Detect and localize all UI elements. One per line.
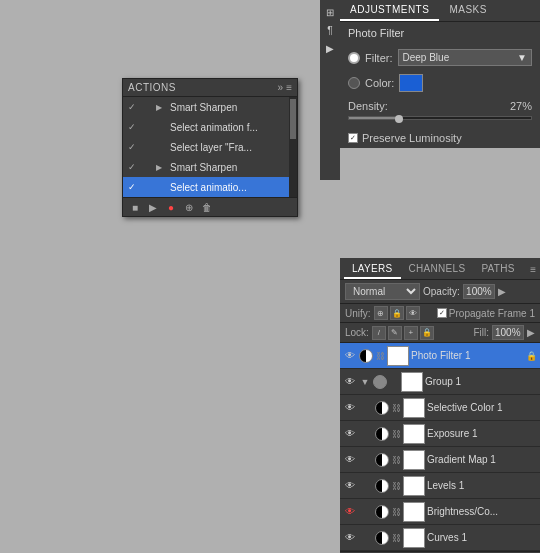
action-row-3[interactable]: ✓ ▶ Smart Sharpen [123,157,297,177]
layer-row-selective-color[interactable]: 👁 ⛓ Selective Color 1 [340,395,540,421]
preserve-checkbox[interactable]: ✓ [348,133,358,143]
unify-visibility-icon[interactable]: 👁 [406,306,420,320]
layer-type-icon-3 [375,427,389,441]
density-row: Density: 27% [340,95,540,128]
eye-icon-0[interactable]: 👁 [343,349,357,363]
layer-type-icon-6 [375,505,389,519]
actions-menu-icon[interactable]: ≡ [286,82,292,93]
fill-input[interactable] [492,325,524,340]
layer-row-gradient-map[interactable]: 👁 ⛓ Gradient Map 1 [340,447,540,473]
opacity-arrow[interactable]: ▶ [498,286,506,297]
lock-all-icon[interactable]: 🔒 [420,326,434,340]
layer-row-curves[interactable]: 👁 ⛓ Curves 1 [340,525,540,551]
density-slider[interactable] [348,116,532,120]
propagate-checkbox[interactable]: ✓ [437,308,447,318]
action-row-4[interactable]: ✓ Select animatio... [123,177,297,197]
layer-type-icon-0 [359,349,373,363]
color-swatch[interactable] [399,74,423,92]
action-row-2[interactable]: ✓ Select layer "Fra... [123,137,297,157]
fill-row: Fill: ▶ [473,325,535,340]
filter-dropdown[interactable]: Deep Blue ▼ [398,49,533,66]
layer-chain-2: ⛓ [391,401,401,415]
layer-row-levels[interactable]: 👁 ⛓ Levels 1 [340,473,540,499]
tab-paths[interactable]: PATHS [473,260,522,279]
new-action-icon[interactable]: ⊕ [182,200,196,214]
lock-position-icon[interactable]: + [404,326,418,340]
tab-adjustments[interactable]: ADJUSTMENTS [340,0,439,21]
lock-row: Lock: / ✎ + 🔒 Fill: ▶ [340,323,540,343]
opacity-label: Opacity: [423,286,460,297]
actions-scrollbar[interactable] [289,97,297,197]
lock-transparency-icon[interactable]: / [372,326,386,340]
action-check-3: ✓ [128,162,138,172]
layer-row-brightness[interactable]: 👁 ⛓ Brightness/Co... [340,499,540,525]
layer-row-photo-filter[interactable]: 👁 ⛓ Photo Filter 1 🔒 [340,343,540,369]
color-radio[interactable] [348,77,360,89]
filter-radio[interactable] [348,52,360,64]
layer-type-icon-4 [375,453,389,467]
lock-label: Lock: [345,327,369,338]
layer-chain-0: ⛓ [375,349,385,363]
eye-icon-4[interactable]: 👁 [343,453,357,467]
layer-name-5: Levels 1 [427,480,537,491]
delete-action-icon[interactable]: 🗑 [200,200,214,214]
layers-toolbar: Normal Opacity: ▶ [340,280,540,304]
record-icon[interactable]: ● [164,200,178,214]
fill-arrow[interactable]: ▶ [527,327,535,338]
panel-icon-2[interactable]: ¶ [322,22,338,38]
layer-name-3: Exposure 1 [427,428,537,439]
layer-type-icon-5 [375,479,389,493]
panel-icon-3[interactable]: ▶ [322,40,338,56]
eye-icon-1[interactable]: 👁 [343,375,357,389]
action-arrow-3[interactable]: ▶ [156,163,166,172]
eye-icon-6[interactable]: 👁 [343,505,357,519]
unify-lock-icon[interactable]: 🔒 [390,306,404,320]
layer-chain-5: ⛓ [391,479,401,493]
layer-chain-4: ⛓ [391,453,401,467]
eye-icon-2[interactable]: 👁 [343,401,357,415]
layer-chain-1 [389,375,399,389]
group-expander-1[interactable]: ▼ [359,376,371,388]
layers-tab-bar: LAYERS CHANNELS PATHS ≡ [340,258,540,280]
layer-name-6: Brightness/Co... [427,506,537,517]
blend-mode-select[interactable]: Normal [345,283,420,300]
action-check-4: ✓ [128,182,138,192]
filter-value: Deep Blue [403,52,450,63]
tab-masks[interactable]: MASKS [439,0,497,21]
layer-thumb-4 [403,450,425,470]
layer-name-1: Group 1 [425,376,537,387]
adjustments-title: Photo Filter [340,22,540,44]
unify-icons: ⊕ 🔒 👁 [374,306,420,320]
layers-menu-icon[interactable]: ≡ [530,264,536,275]
tab-layers[interactable]: LAYERS [344,260,401,279]
actions-expand-icon[interactable]: » [278,82,284,93]
action-arrow-0[interactable]: ▶ [156,103,166,112]
lock-paint-icon[interactable]: ✎ [388,326,402,340]
adjustments-tabs: ADJUSTMENTS MASKS [340,0,540,22]
density-fill [349,117,398,119]
action-name-2: Select layer "Fra... [170,142,292,153]
layer-row-group1[interactable]: 👁 ▼ Group 1 [340,369,540,395]
eye-icon-5[interactable]: 👁 [343,479,357,493]
stop-icon[interactable]: ■ [128,200,142,214]
unify-position-icon[interactable]: ⊕ [374,306,388,320]
layer-thumb-6 [403,502,425,522]
opacity-input[interactable] [463,284,495,299]
eye-icon-7[interactable]: 👁 [343,531,357,545]
actions-title: ACTIONS [128,82,176,93]
action-name-3: Smart Sharpen [170,162,292,173]
panel-icon-1[interactable]: ⊞ [322,4,338,20]
density-thumb[interactable] [395,115,403,123]
action-row-0[interactable]: ✓ ▶ Smart Sharpen [123,97,297,117]
layer-row-exposure[interactable]: 👁 ⛓ Exposure 1 [340,421,540,447]
layer-thumb-0 [387,346,409,366]
eye-icon-3[interactable]: 👁 [343,427,357,441]
action-row-1[interactable]: ✓ Select animation f... [123,117,297,137]
action-check-2: ✓ [128,142,138,152]
tab-channels[interactable]: CHANNELS [401,260,474,279]
layer-chain-3: ⛓ [391,427,401,441]
preserve-row: ✓ Preserve Luminosity [340,128,540,148]
scrollbar-thumb[interactable] [290,99,296,139]
adjustments-panel: ADJUSTMENTS MASKS Photo Filter Filter: D… [340,0,540,148]
play-icon[interactable]: ▶ [146,200,160,214]
